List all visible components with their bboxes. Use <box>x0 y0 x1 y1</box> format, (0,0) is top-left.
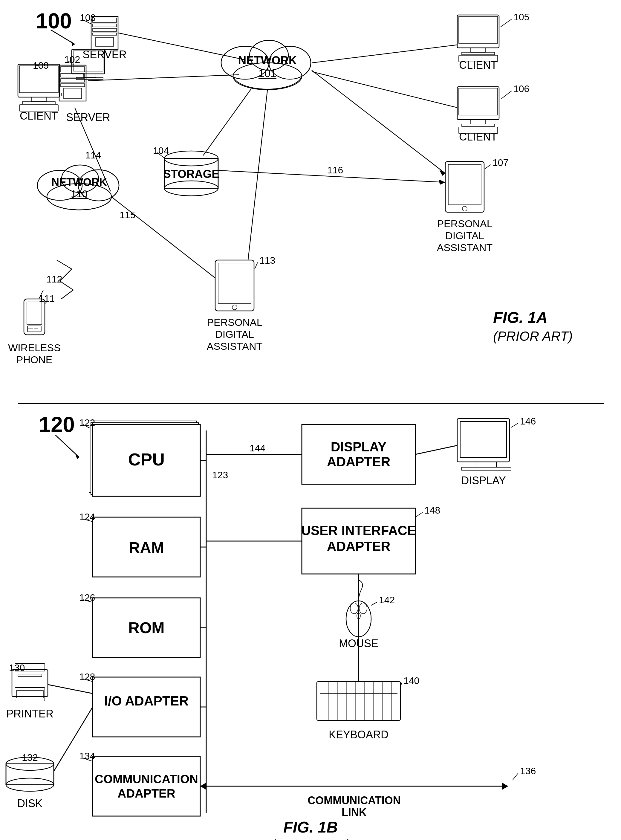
svg-text:106: 106 <box>513 83 529 94</box>
svg-text:CPU: CPU <box>128 450 165 469</box>
svg-rect-43 <box>83 74 96 77</box>
svg-text:144: 144 <box>250 443 265 453</box>
svg-text:NETWORK: NETWORK <box>238 54 297 67</box>
svg-point-94 <box>232 305 237 310</box>
svg-rect-6 <box>92 33 117 35</box>
svg-text:CLIENT: CLIENT <box>459 130 497 143</box>
diagram-svg: 100 SERVER 103 CLIENT 105 CLIENT 106 CLI… <box>0 0 621 840</box>
svg-rect-12 <box>459 17 498 43</box>
svg-rect-5 <box>92 29 117 31</box>
svg-line-206 <box>401 683 401 685</box>
svg-text:104: 104 <box>153 145 169 156</box>
svg-rect-39 <box>61 84 85 87</box>
svg-text:142: 142 <box>379 594 395 605</box>
svg-line-115 <box>203 89 251 155</box>
svg-rect-210 <box>15 688 45 701</box>
svg-point-86 <box>462 206 467 211</box>
svg-rect-212 <box>18 674 42 676</box>
svg-text:107: 107 <box>492 157 508 168</box>
svg-text:ROM: ROM <box>128 619 164 637</box>
svg-text:112: 112 <box>46 274 62 285</box>
svg-text:DIGITAL: DIGITAL <box>445 230 484 241</box>
svg-point-186 <box>359 603 367 614</box>
svg-text:DISPLAY: DISPLAY <box>461 475 506 487</box>
svg-text:130: 130 <box>9 663 25 673</box>
svg-text:(PRIOR ART): (PRIOR ART) <box>271 837 350 840</box>
svg-rect-29 <box>31 97 46 102</box>
svg-rect-85 <box>448 164 481 205</box>
svg-line-230 <box>512 773 518 780</box>
svg-text:146: 146 <box>520 416 536 426</box>
svg-text:STORAGE: STORAGE <box>163 168 219 180</box>
svg-text:126: 126 <box>79 592 95 603</box>
svg-line-113 <box>312 45 457 63</box>
svg-text:105: 105 <box>513 12 529 23</box>
svg-line-190 <box>371 602 377 605</box>
svg-rect-208 <box>12 670 48 696</box>
svg-rect-101 <box>27 302 42 324</box>
svg-rect-7 <box>95 37 114 46</box>
svg-text:LINK: LINK <box>342 806 367 819</box>
svg-rect-19 <box>457 87 499 120</box>
svg-text:NETWORK: NETWORK <box>51 176 107 188</box>
svg-text:120: 120 <box>39 412 75 437</box>
svg-text:(PRIOR ART): (PRIOR ART) <box>493 329 573 343</box>
svg-text:WIRELESS: WIRELESS <box>8 342 61 353</box>
svg-text:PRINTER: PRINTER <box>6 708 53 720</box>
svg-text:ADAPTER: ADAPTER <box>117 787 175 800</box>
svg-text:ASSISTANT: ASSISTANT <box>207 341 262 352</box>
svg-rect-14 <box>462 52 495 55</box>
svg-line-99 <box>254 262 257 269</box>
svg-line-182 <box>416 512 423 517</box>
svg-text:PERSONAL: PERSONAL <box>207 317 262 328</box>
svg-rect-11 <box>457 15 499 48</box>
svg-text:PHONE: PHONE <box>17 354 53 365</box>
svg-text:123: 123 <box>212 470 228 481</box>
svg-text:FIG. 1A: FIG. 1A <box>493 309 547 326</box>
svg-text:KEYBOARD: KEYBOARD <box>329 728 388 741</box>
svg-text:DIGITAL: DIGITAL <box>215 329 254 340</box>
svg-marker-120 <box>439 179 445 185</box>
svg-rect-35 <box>59 65 86 101</box>
svg-text:I/O ADAPTER: I/O ADAPTER <box>104 693 189 708</box>
svg-text:132: 132 <box>22 752 38 763</box>
page: 100 SERVER 103 CLIENT 105 CLIENT 106 CLI… <box>0 0 621 840</box>
svg-line-111 <box>88 75 239 81</box>
svg-line-91 <box>485 165 491 169</box>
svg-marker-225 <box>502 782 508 790</box>
svg-text:101: 101 <box>259 67 276 79</box>
svg-line-118 <box>248 90 268 260</box>
svg-text:113: 113 <box>259 255 275 266</box>
svg-line-114 <box>312 72 457 108</box>
svg-rect-152 <box>92 756 200 816</box>
svg-text:128: 128 <box>79 672 95 682</box>
svg-text:103: 103 <box>80 12 95 23</box>
svg-rect-169 <box>457 418 509 462</box>
svg-marker-226 <box>200 782 206 790</box>
svg-text:115: 115 <box>120 209 135 220</box>
svg-text:CLIENT: CLIENT <box>459 59 497 71</box>
svg-text:124: 124 <box>79 511 95 522</box>
svg-rect-40 <box>64 88 82 99</box>
svg-text:ADAPTER: ADAPTER <box>327 539 391 553</box>
svg-rect-38 <box>61 79 85 82</box>
svg-line-130 <box>55 435 79 457</box>
svg-text:ASSISTANT: ASSISTANT <box>437 242 492 253</box>
svg-text:148: 148 <box>424 505 440 516</box>
svg-rect-171 <box>476 462 496 467</box>
svg-rect-21 <box>471 120 486 124</box>
svg-text:116: 116 <box>327 165 343 176</box>
svg-rect-217 <box>6 764 54 785</box>
svg-text:FIG. 1B: FIG. 1B <box>283 819 338 836</box>
svg-text:DISPLAY: DISPLAY <box>331 440 387 454</box>
svg-text:CLIENT: CLIENT <box>20 110 58 122</box>
svg-text:COMMUNICATION: COMMUNICATION <box>307 794 400 807</box>
svg-text:COMMUNICATION: COMMUNICATION <box>95 772 198 785</box>
svg-text:PERSONAL: PERSONAL <box>437 218 492 229</box>
svg-rect-3 <box>92 18 117 23</box>
svg-rect-22 <box>462 124 495 126</box>
svg-line-176 <box>415 446 457 454</box>
fig-number-100: 100 <box>36 9 72 33</box>
svg-rect-93 <box>218 263 251 303</box>
svg-line-110 <box>118 33 245 60</box>
